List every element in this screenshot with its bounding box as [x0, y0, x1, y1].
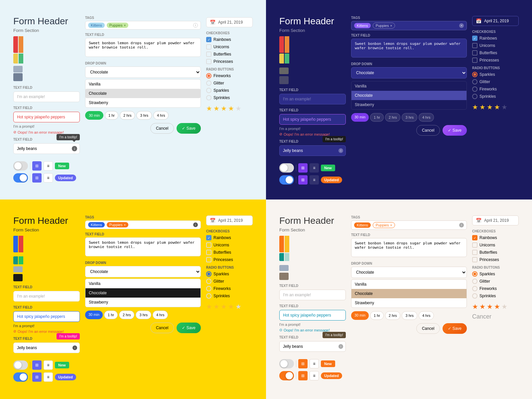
q3-dropdown[interactable]: Select Vanilla Chocolate: [85, 266, 201, 277]
time-30min[interactable]: 30 min: [85, 111, 103, 120]
text-area[interactable]: Sweet bonbon lemon drops sugar plum powd…: [85, 38, 201, 57]
toggle-2[interactable]: [13, 173, 28, 183]
q2-rb-glitter[interactable]: Glitter: [472, 79, 519, 84]
q3-cb-rainbows[interactable]: ✓Rainbows: [206, 235, 253, 240]
q4-input-error[interactable]: [279, 310, 346, 321]
cb-butterflies[interactable]: Butterflies: [206, 52, 253, 57]
option-chocolate[interactable]: Chocolate: [85, 89, 200, 98]
q3-rb-fireworks[interactable]: Fireworks: [206, 286, 253, 291]
q3-opt-vanilla[interactable]: Vanilla: [85, 279, 200, 288]
tags-info-icon[interactable]: i: [193, 23, 198, 28]
q4-cb-unicorns[interactable]: Unicorns: [472, 242, 519, 248]
grid-btn-2[interactable]: ⊞: [32, 173, 42, 183]
option-vanilla[interactable]: Vanilla: [85, 79, 200, 89]
q4-time-30[interactable]: 30 min: [351, 311, 369, 320]
text-input-1[interactable]: [13, 91, 80, 102]
rb-sparkles[interactable]: Sparkles: [206, 88, 253, 93]
q2-rb-sprinkles[interactable]: Sprinkles: [472, 94, 519, 99]
info-icon[interactable]: i: [72, 146, 77, 151]
save-button[interactable]: ✓ Save: [177, 123, 201, 134]
q4-cb-princesses[interactable]: Princesses: [472, 257, 519, 262]
q4-toggle-2[interactable]: [279, 371, 294, 380]
cancel-button[interactable]: Cancel: [150, 123, 174, 134]
q2-toggle-1[interactable]: [279, 163, 294, 173]
q3-jelly-input[interactable]: [13, 342, 80, 353]
q3-cancel-button[interactable]: Cancel: [150, 323, 174, 333]
q4-date-picker[interactable]: 📅 April 21, 2019: [472, 215, 519, 225]
time-4hrs[interactable]: 4 hrs: [153, 111, 169, 120]
q4-rb-fireworks[interactable]: Fireworks: [472, 286, 519, 291]
dropdown-select[interactable]: Select Vanilla Chocolate Strawberry: [85, 66, 201, 78]
jelly-beans-input[interactable]: [13, 143, 80, 154]
q2-list-btn-2[interactable]: ≡: [310, 175, 319, 185]
cb-princesses[interactable]: Princesses: [206, 59, 253, 64]
q4-time-1hr[interactable]: 1 hr: [370, 311, 384, 320]
cb-unicorns[interactable]: Unicorns: [206, 44, 253, 50]
q4-save-button[interactable]: ✓ Save: [443, 323, 467, 334]
q3-time-4hrs[interactable]: 4 hrs: [153, 311, 168, 319]
q2-time-4hrs[interactable]: 4 hrs: [419, 113, 434, 122]
rb-glitter[interactable]: Glitter: [206, 80, 253, 86]
rb-sprinkles[interactable]: Sprinkles: [206, 95, 253, 100]
time-1hr[interactable]: 1 hr: [105, 111, 118, 120]
time-3hrs[interactable]: 3 hrs: [136, 111, 152, 120]
q2-input-1[interactable]: [279, 94, 346, 104]
q4-time-3hrs[interactable]: 3 hrs: [402, 311, 417, 320]
q4-grid-btn-1[interactable]: ⊞: [298, 359, 308, 368]
q2-dropdown[interactable]: Select Vanilla Chocolate: [351, 67, 467, 78]
grid-btn-1[interactable]: ⊞: [32, 161, 42, 171]
q3-list-btn-2[interactable]: ≡: [44, 372, 53, 382]
q4-grid-btn-2[interactable]: ⊞: [298, 371, 308, 380]
q2-tags-info[interactable]: •: [459, 23, 464, 28]
q4-rb-glitter[interactable]: Glitter: [472, 279, 519, 284]
q3-rb-glitter[interactable]: Glitter: [206, 279, 253, 284]
q4-dropdown[interactable]: Select Vanilla Chocolate: [351, 267, 467, 278]
q4-list-btn-1[interactable]: ≡: [310, 359, 319, 368]
q2-cancel-button[interactable]: Cancel: [416, 125, 440, 136]
rb-fireworks[interactable]: Fireworks: [206, 73, 253, 78]
q2-info-icon[interactable]: i: [338, 148, 343, 153]
q2-textarea[interactable]: Sweet bonbon lemon drops sugar plum powd…: [351, 39, 467, 58]
q2-date-picker[interactable]: 📅 April 21, 2019: [472, 16, 519, 26]
q3-opt-chocolate[interactable]: Chocolate: [85, 288, 200, 298]
q2-opt-chocolate[interactable]: Chocolate: [351, 91, 466, 100]
q3-rating-stars[interactable]: ★ ★ ★ ★ ★: [206, 303, 253, 311]
q2-cb-unicorns[interactable]: Unicorns: [472, 43, 519, 48]
q4-time-2hrs[interactable]: 2 hrs: [385, 311, 400, 320]
q3-time-30[interactable]: 30 min: [85, 311, 103, 319]
q3-tags-info[interactable]: i: [193, 222, 198, 227]
q3-grid-btn-2[interactable]: ⊞: [32, 372, 42, 382]
q2-time-30[interactable]: 30 min: [351, 113, 369, 122]
list-btn-1[interactable]: ≡: [44, 161, 53, 171]
q4-rating-stars[interactable]: ★ ★ ★ ★ ★: [472, 303, 519, 311]
q2-input-error[interactable]: [279, 114, 346, 125]
q3-info-icon[interactable]: i: [72, 345, 77, 350]
q3-cb-butterflies[interactable]: Butterflies: [206, 250, 253, 255]
q2-cb-rainbows[interactable]: ✓Rainbows: [472, 36, 519, 41]
q2-grid-btn-2[interactable]: ⊞: [298, 175, 308, 185]
option-strawberry[interactable]: Strawberry: [85, 98, 200, 107]
time-2hrs[interactable]: 2 hrs: [120, 111, 135, 120]
q3-toggle-2[interactable]: [13, 372, 28, 382]
q2-list-btn-1[interactable]: ≡: [310, 163, 319, 173]
q4-list-btn-2[interactable]: ≡: [310, 371, 319, 380]
q4-cancel-button[interactable]: Cancel: [416, 323, 440, 334]
q4-opt-vanilla[interactable]: Vanilla: [351, 280, 466, 289]
q3-save-button[interactable]: ✓ Save: [177, 323, 201, 333]
q2-rb-fireworks[interactable]: Fireworks: [472, 86, 519, 92]
q3-date-picker[interactable]: 📅 April 21, 2019: [206, 215, 253, 225]
rating-stars[interactable]: ★ ★ ★ ★ ★: [206, 104, 253, 112]
q2-rating-stars[interactable]: ★ ★ ★ ★ ★: [472, 103, 519, 111]
q4-opt-strawberry[interactable]: Strawberry: [351, 298, 466, 308]
q3-opt-strawberry[interactable]: Strawberry: [85, 298, 200, 307]
q3-time-2hrs[interactable]: 2 hrs: [119, 311, 134, 319]
q4-toggle-1[interactable]: [279, 359, 294, 368]
text-input-error[interactable]: [13, 112, 80, 122]
q2-opt-strawberry[interactable]: Strawberry: [351, 100, 466, 109]
q4-cb-butterflies[interactable]: Butterflies: [472, 250, 519, 255]
q4-cb-rainbows[interactable]: ✓Rainbows: [472, 235, 519, 240]
q3-time-3hrs[interactable]: 3 hrs: [136, 311, 151, 319]
q2-toggle-2[interactable]: [279, 175, 294, 185]
q4-textarea[interactable]: Sweet bonbon lemon drops sugar plum powd…: [351, 238, 467, 257]
q3-rb-sprinkles[interactable]: Sprinkles: [206, 293, 253, 299]
